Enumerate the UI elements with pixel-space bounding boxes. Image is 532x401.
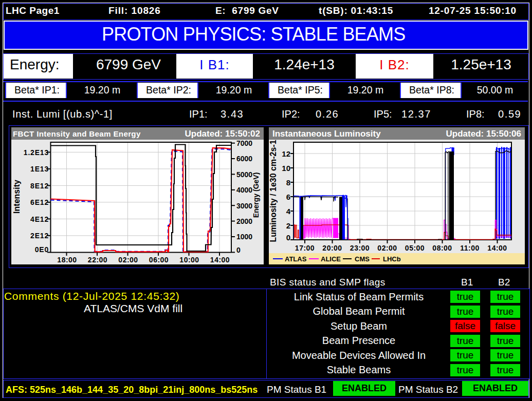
svg-text:0E0: 0E0 bbox=[35, 245, 49, 254]
svg-text:5000: 5000 bbox=[236, 170, 252, 179]
svg-text:11:00: 11:00 bbox=[460, 244, 480, 252]
svg-text:6E12: 6E12 bbox=[30, 198, 49, 206]
svg-text:17:00: 17:00 bbox=[295, 244, 315, 252]
svg-text:02:00: 02:00 bbox=[118, 256, 138, 264]
svg-text:ALICE: ALICE bbox=[321, 255, 341, 263]
svg-text:8: 8 bbox=[286, 178, 290, 187]
svg-text:2E12: 2E12 bbox=[30, 232, 49, 240]
svg-text:2: 2 bbox=[286, 221, 290, 230]
svg-text:1.2E13: 1.2E13 bbox=[24, 148, 49, 157]
svg-text:Updated: 15:50:06: Updated: 15:50:06 bbox=[446, 129, 521, 139]
svg-text:7000: 7000 bbox=[236, 139, 252, 147]
svg-text:06:00: 06:00 bbox=[149, 256, 169, 264]
svg-text:8E12: 8E12 bbox=[30, 182, 49, 190]
svg-text:23:00: 23:00 bbox=[350, 244, 370, 252]
svg-text:10: 10 bbox=[282, 164, 290, 173]
svg-text:02:00: 02:00 bbox=[377, 244, 397, 252]
svg-text:12: 12 bbox=[282, 149, 290, 158]
svg-text:6000: 6000 bbox=[236, 155, 252, 163]
svg-text:Intensity: Intensity bbox=[12, 180, 21, 214]
svg-text:Energy (GeV): Energy (GeV) bbox=[252, 173, 260, 218]
svg-text:22:00: 22:00 bbox=[88, 256, 107, 264]
svg-text:4E12: 4E12 bbox=[30, 215, 49, 223]
svg-text:ATLAS: ATLAS bbox=[285, 255, 307, 263]
svg-text:08:00: 08:00 bbox=[432, 244, 452, 252]
svg-text:1000: 1000 bbox=[236, 233, 252, 241]
svg-text:20:00: 20:00 bbox=[322, 244, 342, 252]
svg-text:CMS: CMS bbox=[355, 255, 370, 263]
svg-text:18:00: 18:00 bbox=[57, 256, 77, 264]
svg-text:14:00: 14:00 bbox=[210, 256, 230, 264]
svg-text:0: 0 bbox=[286, 233, 290, 242]
svg-text:Updated: 15:50:02: Updated: 15:50:02 bbox=[185, 129, 260, 139]
svg-text:Instantaneous Luminosity: Instantaneous Luminosity bbox=[272, 129, 381, 139]
svg-text:14:00: 14:00 bbox=[487, 244, 507, 252]
svg-text:3000: 3000 bbox=[236, 202, 252, 210]
svg-text:4: 4 bbox=[286, 207, 291, 216]
svg-text:4000: 4000 bbox=[236, 186, 252, 194]
svg-text:2000: 2000 bbox=[236, 217, 252, 225]
svg-text:0: 0 bbox=[236, 246, 241, 254]
svg-text:1E13: 1E13 bbox=[30, 165, 49, 173]
svg-text:LHCb: LHCb bbox=[383, 255, 401, 263]
svg-text:10:00: 10:00 bbox=[179, 256, 199, 264]
svg-text:Luminosity / 1e30 cm-2s-1: Luminosity / 1e30 cm-2s-1 bbox=[269, 140, 278, 242]
svg-text:6: 6 bbox=[286, 193, 290, 201]
svg-text:FBCT Intensity and Beam Energy: FBCT Intensity and Beam Energy bbox=[13, 129, 141, 138]
svg-text:05:00: 05:00 bbox=[405, 244, 425, 252]
